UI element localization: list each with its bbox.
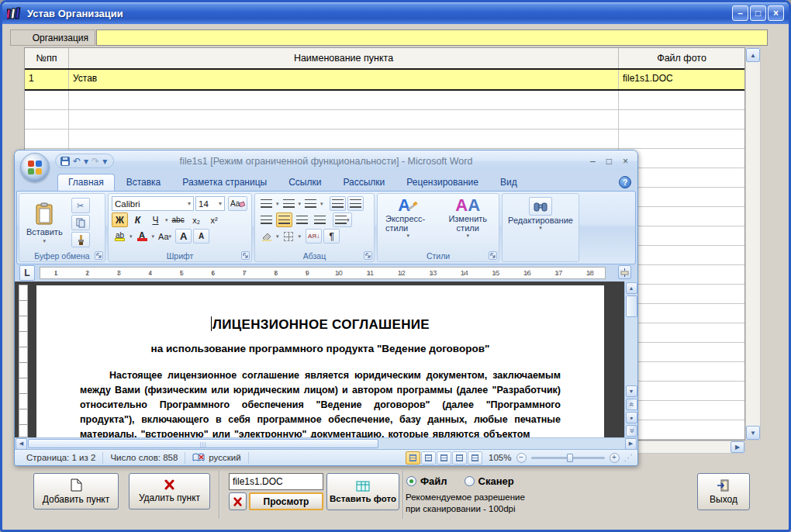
font-dialog-launcher-icon[interactable] — [241, 251, 250, 260]
word-hscroll-thumb[interactable]: ||| — [28, 439, 378, 448]
underline-button[interactable]: Ч — [147, 212, 164, 227]
scroll-down-icon[interactable]: ▼ — [746, 426, 760, 440]
font-color-button[interactable]: А — [134, 229, 150, 244]
word-count[interactable]: Число слов: 858 — [103, 452, 185, 464]
print-layout-view-icon[interactable] — [406, 451, 420, 465]
column-header-num[interactable]: №пп — [25, 48, 69, 68]
qat-customize-icon[interactable]: ▾ — [102, 157, 107, 166]
clear-file-button[interactable] — [229, 492, 247, 510]
shrink-font-button[interactable]: А — [193, 229, 209, 244]
next-page-icon[interactable]: « — [626, 425, 637, 437]
insert-photo-button[interactable]: Вставить фото — [326, 473, 399, 510]
resize-grip-icon[interactable]: ⋰ — [624, 452, 634, 463]
superscript-button[interactable]: x² — [206, 212, 223, 227]
word-scroll-down-icon[interactable]: ▼ — [626, 385, 637, 397]
underline-dropdown-icon[interactable]: ▾ — [165, 217, 168, 223]
table-row[interactable] — [25, 130, 744, 149]
organization-field[interactable] — [96, 29, 768, 46]
numbering-icon[interactable] — [281, 196, 297, 211]
outline-view-icon[interactable] — [452, 451, 467, 465]
tab-selector-button[interactable]: L — [19, 265, 35, 281]
cut-icon[interactable]: ✂ — [71, 198, 90, 213]
word-scroll-right-icon[interactable]: ▶ — [625, 438, 637, 450]
draft-view-icon[interactable] — [468, 451, 482, 465]
radio-scanner[interactable]: Сканер — [465, 475, 514, 487]
quick-styles-button[interactable]: A Экспресс-стили ▾ — [381, 196, 435, 250]
bold-button[interactable]: Ж — [112, 212, 128, 227]
undo-icon[interactable]: ↶ — [73, 157, 81, 166]
change-case-button[interactable]: Аа▾ — [156, 229, 174, 244]
word-close-button[interactable]: × — [623, 156, 628, 167]
copy-icon[interactable] — [71, 215, 90, 230]
tab-Вставка[interactable]: Вставка — [116, 174, 171, 191]
highlight-dropdown-icon[interactable]: ▾ — [130, 233, 133, 240]
help-icon[interactable]: ? — [619, 176, 631, 188]
word-scroll-up-icon[interactable]: ▲ — [626, 282, 637, 294]
paragraph-dialog-launcher-icon[interactable] — [364, 251, 372, 260]
table-row[interactable] — [25, 110, 744, 130]
tab-Разметка страницы[interactable]: Разметка страницы — [172, 174, 277, 191]
font-name-select[interactable]: Calibri▾ — [112, 196, 194, 211]
radio-file[interactable]: Файл — [406, 475, 447, 487]
format-painter-icon[interactable] — [71, 232, 90, 247]
strikethrough-button[interactable]: abc — [170, 212, 187, 227]
highlight-button[interactable]: ab — [112, 229, 128, 244]
column-header-name[interactable]: Наименование пункта — [69, 48, 619, 68]
tab-Ссылки[interactable]: Ссылки — [278, 174, 331, 191]
justify-icon[interactable] — [312, 212, 328, 227]
zoom-in-icon[interactable]: + — [610, 453, 620, 463]
zoom-level[interactable]: 105% — [489, 453, 511, 462]
paste-dropdown-icon[interactable]: ▾ — [43, 238, 47, 244]
scroll-right-icon[interactable]: ▶ — [731, 441, 744, 453]
horizontal-ruler[interactable]: 123456789101112131415161718 — [40, 267, 606, 279]
align-right-icon[interactable] — [294, 212, 310, 227]
font-size-select[interactable]: 14▾ — [195, 196, 225, 211]
word-maximize-button[interactable]: □ — [606, 156, 612, 167]
clear-formatting-button[interactable]: Аа — [228, 196, 247, 211]
preview-button[interactable]: Просмотр — [249, 492, 323, 510]
ruler-toggle-button[interactable] — [618, 265, 631, 279]
align-left-icon[interactable] — [258, 212, 275, 227]
app-close-button[interactable]: × — [768, 5, 784, 21]
fullscreen-reading-view-icon[interactable] — [421, 451, 436, 465]
column-header-file[interactable]: Файл фото — [619, 48, 744, 68]
editing-button[interactable]: Редактирование ▾ — [503, 196, 578, 261]
sort-icon[interactable]: АЯ↓ — [306, 229, 322, 244]
change-styles-button[interactable]: AA Изменить стили ▾ — [440, 196, 496, 250]
select-browse-object-icon[interactable]: ● — [626, 412, 637, 423]
styles-dialog-launcher-icon[interactable] — [489, 251, 497, 260]
vertical-ruler[interactable] — [19, 285, 28, 437]
add-item-button[interactable]: Добавить пункт — [33, 473, 119, 510]
italic-button[interactable]: К — [130, 212, 146, 227]
delete-item-button[interactable]: Удалить пункт — [129, 473, 210, 510]
zoom-slider-thumb[interactable] — [567, 454, 573, 462]
decrease-indent-icon[interactable] — [330, 196, 346, 211]
tab-Вид[interactable]: Вид — [490, 174, 527, 191]
table-row[interactable] — [25, 91, 744, 110]
line-spacing-icon[interactable]: ▾ — [333, 212, 352, 227]
tab-Рецензирование[interactable]: Рецензирование — [396, 174, 489, 191]
tab-Главная[interactable]: Главная — [57, 174, 115, 191]
app-maximize-button[interactable]: □ — [750, 5, 766, 21]
tab-Рассылки[interactable]: Рассылки — [333, 174, 395, 191]
paste-button[interactable]: Вставить ▾ — [22, 196, 67, 250]
page-indicator[interactable]: Страница: 1 из 2 — [19, 452, 103, 464]
table-row-selected[interactable]: 1Уставfile1s1.DOC — [25, 70, 744, 91]
word-minimize-button[interactable]: – — [590, 156, 596, 167]
undo-dropdown-icon[interactable]: ▾ — [84, 157, 88, 166]
word-vertical-scrollbar[interactable]: ▲ ▼ « ● « — [624, 282, 637, 437]
app-minimize-button[interactable]: – — [732, 5, 748, 21]
clipboard-dialog-launcher-icon[interactable] — [95, 251, 103, 260]
shading-icon[interactable] — [258, 229, 275, 244]
web-layout-view-icon[interactable] — [437, 451, 451, 465]
grow-font-button[interactable]: А — [175, 229, 192, 244]
increase-indent-icon[interactable] — [347, 196, 364, 211]
subscript-button[interactable]: x₂ — [188, 212, 205, 227]
redo-icon[interactable]: ↷ — [92, 157, 99, 166]
multilevel-list-icon[interactable] — [302, 196, 319, 211]
zoom-out-icon[interactable]: − — [516, 453, 527, 463]
word-vscroll-thumb[interactable] — [626, 295, 637, 317]
borders-icon[interactable] — [281, 229, 297, 244]
font-color-dropdown-icon[interactable]: ▾ — [152, 233, 155, 240]
save-icon[interactable] — [60, 157, 70, 166]
